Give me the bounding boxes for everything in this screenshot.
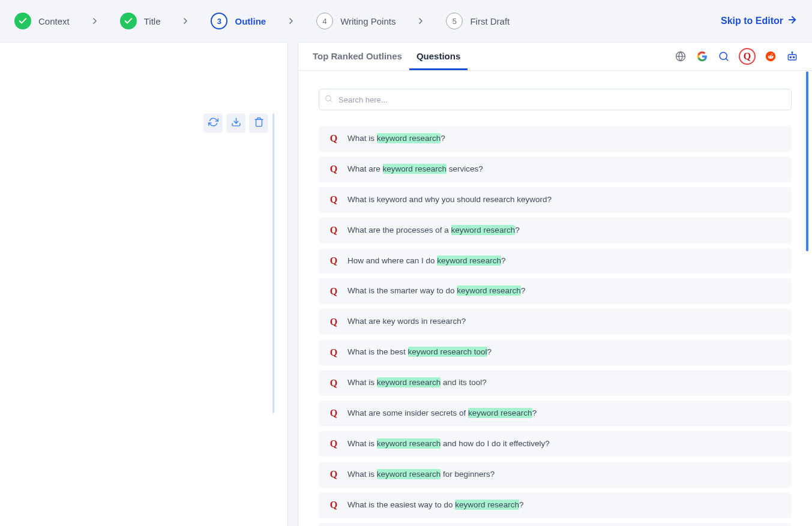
question-item[interactable]: QWhat are key words in research? xyxy=(319,309,792,335)
left-scroll-indicator xyxy=(272,113,274,413)
search-input[interactable] xyxy=(319,89,792,110)
quora-badge-icon: Q xyxy=(328,500,339,510)
svg-point-9 xyxy=(793,56,795,58)
question-item[interactable]: QWhat is the best way to do Local Keywor… xyxy=(319,523,792,526)
question-list: QWhat is keyword research?QWhat are keyw… xyxy=(319,126,792,526)
step-number: 4 xyxy=(316,13,333,29)
chevron-right-icon xyxy=(73,16,116,26)
question-text: What is the easiest way to do keyword re… xyxy=(347,500,523,511)
step-label: First Draft xyxy=(470,16,510,26)
question-item[interactable]: QWhat are the processes of a keyword res… xyxy=(319,218,792,244)
question-item[interactable]: QWhat is keyword research? xyxy=(319,126,792,152)
highlight: keyword research xyxy=(377,469,441,479)
globe-icon[interactable] xyxy=(674,50,687,63)
highlight: keyword research xyxy=(437,256,501,266)
question-text: What is the smarter way to do keyword re… xyxy=(347,285,525,297)
question-item[interactable]: QWhat is keyword research for beginners? xyxy=(319,462,792,488)
question-text: What is keyword research? xyxy=(347,133,445,145)
step-label: Context xyxy=(38,16,70,26)
quora-badge-icon: Q xyxy=(328,256,339,266)
question-text: What are keyword research services? xyxy=(347,164,483,175)
quora-icon[interactable]: Q xyxy=(739,48,756,65)
refresh-icon xyxy=(208,117,218,129)
svg-point-11 xyxy=(792,52,793,53)
tab-top-ranked-outlines[interactable]: Top Ranked Outlines xyxy=(305,43,409,70)
question-item[interactable]: QWhat is the easiest way to do keyword r… xyxy=(319,492,792,518)
step-label: Outline xyxy=(235,16,266,26)
reddit-icon[interactable] xyxy=(764,50,777,63)
check-icon xyxy=(120,13,137,29)
quora-badge-icon: Q xyxy=(328,286,339,297)
step-number: 3 xyxy=(211,13,227,29)
svg-rect-7 xyxy=(788,55,796,60)
zoom-icon[interactable] xyxy=(717,50,730,63)
source-icons: Q xyxy=(674,48,805,65)
chevron-right-icon xyxy=(399,16,442,26)
tab-questions[interactable]: Questions xyxy=(409,43,468,70)
step-title[interactable]: Title xyxy=(120,13,161,29)
tabs-row: Top Ranked OutlinesQuestions Q xyxy=(298,43,812,71)
step-outline[interactable]: 3Outline xyxy=(211,13,266,29)
quora-badge-icon: Q xyxy=(328,194,339,205)
chevron-right-icon xyxy=(269,16,313,26)
question-item[interactable]: QWhat is the best keyword research tool? xyxy=(319,339,792,365)
left-panel xyxy=(0,42,288,526)
quora-badge-icon: Q xyxy=(328,133,339,144)
tabs: Top Ranked OutlinesQuestions xyxy=(305,43,468,70)
question-item[interactable]: QWhat is keyword and why you should rese… xyxy=(319,187,792,213)
highlight: keyword research xyxy=(455,500,519,510)
quora-badge-icon: Q xyxy=(328,317,339,327)
refresh-button[interactable] xyxy=(203,113,223,133)
step-label: Title xyxy=(144,16,161,26)
quora-badge-icon: Q xyxy=(328,378,339,389)
left-toolbar xyxy=(203,113,268,133)
quora-badge-icon: Q xyxy=(328,225,339,236)
quora-badge-icon: Q xyxy=(328,347,339,358)
question-item[interactable]: QHow and where can I do keyword research… xyxy=(319,248,792,274)
question-text: What is keyword and why you should resea… xyxy=(347,194,552,206)
download-icon xyxy=(231,117,241,129)
highlight: keyword research xyxy=(377,377,441,387)
download-button[interactable] xyxy=(226,113,245,133)
question-text: What is keyword research for beginners? xyxy=(347,469,495,480)
highlight: keyword research xyxy=(377,438,441,449)
stepper-header: ContextTitle3Outline4Writing Points5Firs… xyxy=(0,0,812,42)
check-icon xyxy=(14,13,31,29)
highlight: keyword research xyxy=(383,164,447,174)
main-split: Top Ranked OutlinesQuestions Q xyxy=(0,42,812,526)
question-text: What are key words in research? xyxy=(347,316,466,327)
svg-point-8 xyxy=(790,56,791,58)
delete-button[interactable] xyxy=(249,113,268,133)
question-item[interactable]: QWhat are some insider secrets of keywor… xyxy=(319,401,792,426)
content-area: QWhat is keyword research?QWhat are keyw… xyxy=(298,71,812,526)
chevron-right-icon xyxy=(164,16,207,26)
search-icon xyxy=(325,95,332,104)
google-icon[interactable] xyxy=(696,50,709,63)
question-item[interactable]: QWhat is keyword research and its tool? xyxy=(319,370,792,396)
skip-label: Skip to Editor xyxy=(721,16,783,26)
quora-badge-icon: Q xyxy=(328,164,339,175)
svg-line-5 xyxy=(726,58,727,60)
highlight: keyword research xyxy=(451,225,516,235)
step-first-draft[interactable]: 5First Draft xyxy=(446,13,510,29)
bot-icon[interactable] xyxy=(786,50,799,63)
question-item[interactable]: QWhat is keyword research and how do I d… xyxy=(319,431,792,457)
question-text: What is keyword research and its tool? xyxy=(347,377,487,389)
arrow-right-icon xyxy=(787,14,798,28)
question-text: What are some insider secrets of keyword… xyxy=(347,408,537,419)
search-wrap xyxy=(319,89,792,110)
quora-badge-icon: Q xyxy=(328,438,339,449)
trash-icon xyxy=(254,117,264,129)
highlight: keyword research xyxy=(468,408,532,418)
step-label: Writing Points xyxy=(340,16,395,26)
highlight: keyword research xyxy=(377,133,441,143)
skip-to-editor-link[interactable]: Skip to Editor xyxy=(721,14,798,28)
right-panel: Top Ranked OutlinesQuestions Q xyxy=(298,42,812,526)
quora-badge-icon: Q xyxy=(328,469,339,480)
highlight: keyword research xyxy=(457,285,521,296)
question-item[interactable]: QWhat is the smarter way to do keyword r… xyxy=(319,278,792,304)
quora-badge-icon: Q xyxy=(328,408,339,419)
step-context[interactable]: Context xyxy=(14,13,70,29)
question-item[interactable]: QWhat are keyword research services? xyxy=(319,157,792,182)
step-writing-points[interactable]: 4Writing Points xyxy=(316,13,395,29)
